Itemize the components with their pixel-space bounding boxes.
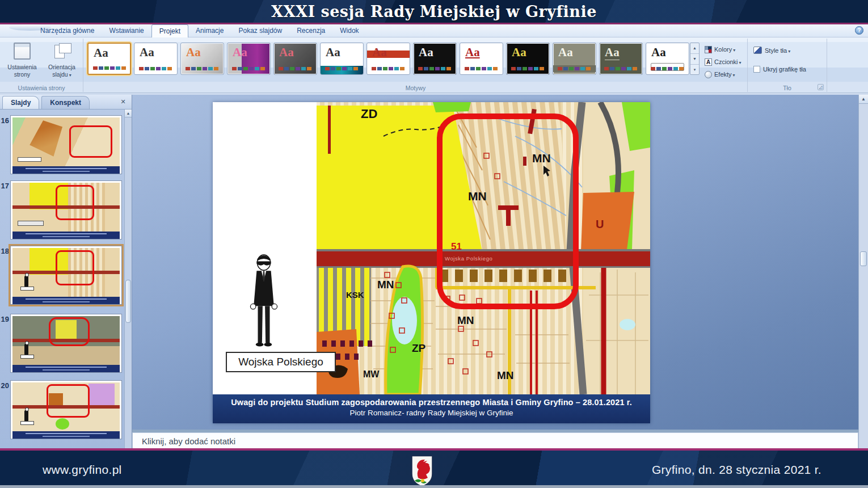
themes-group: Aa Aa Aa Aa Aa Aa Aa Aa Aa Aa Aa Aa Aa ▲… <box>84 39 748 92</box>
theme-thumbnail[interactable]: Aa <box>506 43 550 75</box>
panel-scrollbar-thumb[interactable] <box>125 280 131 323</box>
thumbnail-number: 16 <box>0 115 10 174</box>
page-setup-group-label: Ustawienia strony <box>0 85 83 91</box>
map-label-mn: MN <box>377 279 394 290</box>
theme-thumbnail[interactable]: Aa <box>320 43 364 75</box>
slide-thumbnail[interactable] <box>10 180 122 239</box>
map-label-mn: MN <box>457 315 474 326</box>
panel-scrollbar[interactable]: ▲ <box>124 110 132 448</box>
banner-accent-line <box>0 23 868 24</box>
editor-scrollbar-thumb[interactable] <box>860 251 867 266</box>
slides-panel: Slajdy Konspekt ✕ 16 17 18 <box>0 95 132 448</box>
colors-button[interactable]: Kolory <box>705 44 747 55</box>
caption-title: Uwagi do projektu Studium zagospodarowan… <box>213 398 650 407</box>
page-setup-icon <box>14 43 31 60</box>
close-panel-icon[interactable]: ✕ <box>119 98 127 106</box>
theme-thumbnail[interactable]: Aa <box>227 43 271 75</box>
themes-gallery: Aa Aa Aa Aa Aa Aa Aa Aa Aa Aa Aa Aa Aa <box>87 43 689 75</box>
hide-background-checkbox[interactable]: Ukryj grafikę tła <box>753 66 806 73</box>
notes-placeholder: Kliknij, aby dodać notatki <box>142 436 235 446</box>
gallery-scrollbar: ▲ ▼ ▾ <box>690 43 700 75</box>
theme-thumbnail[interactable]: Aa <box>273 43 317 75</box>
theme-thumbnail[interactable]: Aa <box>460 43 503 75</box>
effects-icon <box>705 71 712 78</box>
gallery-scroll-up-icon[interactable]: ▲ <box>690 43 699 54</box>
slide-thumbnail-row: 18 <box>0 246 124 305</box>
tab-home[interactable]: Narzędzia główne <box>33 24 102 37</box>
footer-background: www.gryfino.pl Gryfino, dn. 28 stycznia … <box>0 451 868 485</box>
zoning-map-image <box>317 102 650 394</box>
theme-thumbnail[interactable]: Aa <box>646 43 689 75</box>
effects-button[interactable]: Efekty <box>705 69 747 80</box>
page-setup-label: Ustawienia strony <box>4 64 40 78</box>
map-label-zp: ZP <box>412 343 425 354</box>
theme-thumbnail[interactable]: Aa <box>180 43 224 75</box>
slide-thumbnail-row: 19 <box>0 314 124 373</box>
map-label-street: Wojska Polskiego <box>445 256 492 262</box>
street-label-box: Wojska Polskiego <box>226 352 336 372</box>
theme-thumbnail[interactable]: Aa <box>87 43 131 75</box>
footer-banner: www.gryfino.pl Gryfino, dn. 28 stycznia … <box>0 448 868 488</box>
themes-group-label: Motywy <box>84 85 747 91</box>
theme-thumbnail[interactable]: Aa <box>134 43 178 75</box>
map-label-ksk: KSK <box>346 291 364 299</box>
scroll-up-icon[interactable]: ▲ <box>859 95 868 104</box>
thumbnail-number: 19 <box>0 314 10 373</box>
footer-bottom-strip <box>0 485 868 488</box>
slide-thumbnail-row: 17 <box>0 180 124 239</box>
tab-slideshow[interactable]: Pokaz slajdów <box>231 24 289 37</box>
thumbnail-number: 17 <box>0 180 10 239</box>
tab-view[interactable]: Widok <box>332 24 366 37</box>
tab-design[interactable]: Projekt <box>151 24 188 37</box>
slide-thumbnail-row: 16 <box>0 115 124 174</box>
ribbon: Ustawienia strony Orientacja slajdu Usta… <box>0 37 868 93</box>
map-label-mn: MN <box>468 190 487 202</box>
background-styles-icon <box>753 47 762 54</box>
map-label-51: 51 <box>451 242 462 251</box>
thumbnail-number: 18 <box>0 246 10 305</box>
background-styles-button[interactable]: Style tła <box>753 47 790 54</box>
thumbnail-number: 20 <box>0 380 10 439</box>
slide-orientation-button[interactable]: Orientacja slajdu <box>43 41 81 82</box>
session-title: XXXI sesja Rady Miejskiej w Gryfinie <box>0 1 868 23</box>
theme-thumbnail[interactable]: Aa <box>413 43 457 75</box>
gallery-scroll-down-icon[interactable]: ▼ <box>690 54 699 65</box>
slide-thumbnail-selected[interactable] <box>10 246 122 305</box>
zoning-map: ZD MN MN U 51 Wojska Polskiego KSK MN MN… <box>317 102 650 394</box>
top-banner: XXXI sesja Rady Miejskiej w Gryfinie <box>0 0 868 23</box>
slide-orientation-icon <box>53 43 70 60</box>
website-text: www.gryfino.pl <box>43 463 122 477</box>
tab-insert[interactable]: Wstawianie <box>102 24 151 37</box>
scroll-up-icon[interactable]: ▲ <box>125 110 132 117</box>
person-figure <box>244 254 284 355</box>
dialog-launcher-icon[interactable]: ◿ <box>818 84 824 90</box>
tab-animations[interactable]: Animacje <box>188 24 231 37</box>
theme-thumbnail[interactable]: Aa <box>599 43 643 75</box>
slide-thumbnail[interactable] <box>10 314 122 373</box>
slide-thumbnail[interactable] <box>10 380 122 439</box>
map-label-mn: MN <box>532 152 551 164</box>
map-label-mw: MW <box>363 370 379 379</box>
help-icon[interactable]: ? <box>855 26 863 35</box>
slide-thumbnail[interactable] <box>10 115 122 174</box>
slide-thumbnail-row: 20 <box>0 380 124 439</box>
background-group-label: Tło <box>748 85 827 91</box>
tab-review[interactable]: Recenzja <box>289 24 332 37</box>
slide-canvas[interactable]: ZD MN MN U 51 Wojska Polskiego KSK MN MN… <box>213 102 650 423</box>
map-label-mn: MN <box>497 370 514 381</box>
map-label-u: U <box>596 218 604 230</box>
theme-thumbnail[interactable]: Aa <box>553 43 596 75</box>
theme-thumbnail[interactable]: Aa <box>366 43 410 75</box>
slides-tab[interactable]: Slajdy <box>2 96 39 109</box>
outline-tab[interactable]: Konspekt <box>41 96 90 109</box>
checkbox-icon <box>753 66 760 73</box>
gallery-more-icon[interactable]: ▾ <box>690 65 699 75</box>
background-group: Style tła Ukryj grafikę tła Tło ◿ <box>748 39 827 92</box>
editor-scrollbar[interactable]: ▲ <box>858 95 868 448</box>
fonts-icon: A <box>705 58 712 66</box>
coat-of-arms <box>411 455 433 487</box>
slide-orientation-label: Orientacja slajdu <box>44 64 80 78</box>
page-setup-button[interactable]: Ustawienia strony <box>3 41 41 82</box>
fonts-button[interactable]: A Czcionki <box>705 56 747 68</box>
date-text: Gryfino, dn. 28 stycznia 2021 r. <box>652 463 821 477</box>
